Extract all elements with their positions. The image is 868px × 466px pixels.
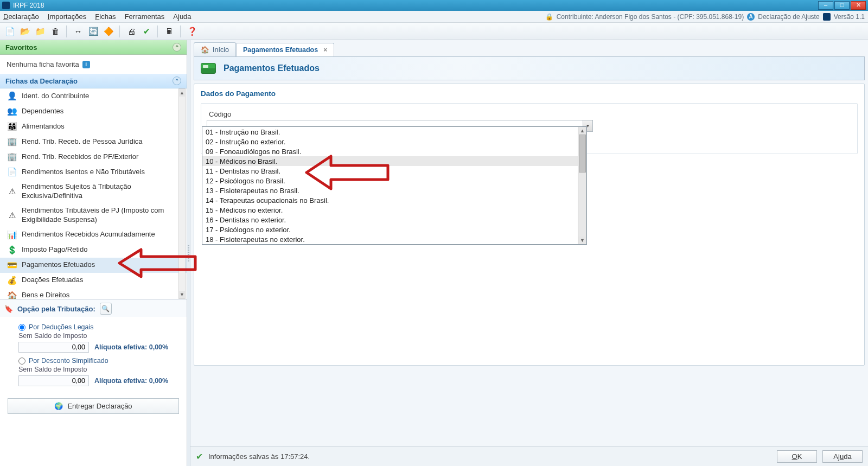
ficha-label: Rendimentos Sujeitos à Tributação Exclus… (22, 182, 181, 201)
dropdown-option[interactable]: 09 - Fonoaudiólogos no Brasil. (202, 146, 586, 156)
menu-fichas[interactable]: Fichas (95, 12, 116, 21)
dropdown-option[interactable]: 11 - Dentistas no Brasil. (202, 166, 586, 176)
sidebar-item[interactable]: 📊Rendimentos Recebidos Acumuladamente (0, 227, 187, 242)
tb-check-icon[interactable]: ✔ (140, 25, 153, 38)
tb-import-icon[interactable]: 🔶 (102, 25, 115, 38)
ok-button[interactable]: OK (777, 450, 817, 463)
menu-declaracao[interactable]: Declaração (3, 12, 39, 21)
ficha-label: Pagamentos Efetuados (22, 260, 181, 270)
dropdown-option[interactable]: 15 - Médicos no exterior. (202, 205, 586, 215)
separator (180, 25, 181, 37)
sidebar-item[interactable]: 🏠Bens e Direitos (0, 288, 187, 299)
separator (66, 25, 67, 37)
minimize-button[interactable]: – (818, 1, 833, 10)
ficha-label: Alimentandos (22, 122, 181, 131)
ajuda-button[interactable]: Ajuda (822, 450, 863, 463)
ficha-label: Rend. Trib. Recebidos de PF/Exterior (22, 152, 181, 162)
collapse-icon[interactable]: ⌃ (173, 76, 181, 85)
close-button[interactable]: ✕ (851, 1, 866, 10)
radio-simplificado[interactable] (18, 358, 25, 365)
separator (157, 25, 158, 37)
collapse-icon[interactable]: ⌃ (173, 43, 181, 52)
content-footer: ✔ Informações salvas às 17:57:24. OK Aju… (190, 446, 868, 466)
status-info: 🔒 Contribuinte: Anderson Figo dos Santos… (545, 13, 865, 21)
ficha-icon: 📊 (7, 230, 17, 240)
valor-deducoes[interactable] (18, 342, 89, 353)
dropdown-option[interactable]: 13 - Fisioterapeutas no Brasil. (202, 186, 586, 195)
sidebar-scrollbar[interactable]: ▲ ▼ (178, 88, 186, 299)
tb-trash-icon[interactable]: 🗑 (49, 25, 62, 38)
menubar: Declaração Importações Fichas Ferramenta… (0, 11, 868, 23)
sidebar-item[interactable]: 🏢Rend. Trib. Receb. de Pessoa Jurídica (0, 134, 187, 149)
dropdown-option[interactable]: 18 - Fisioterapeutas no exterior. (202, 234, 586, 244)
dropdown-option[interactable]: 10 - Médicos no Brasil. (202, 156, 586, 166)
favoritos-title: Favoritos (5, 43, 37, 52)
radio-deducoes[interactable] (18, 324, 25, 331)
ficha-label: Doações Efetuadas (22, 276, 181, 285)
sidebar-item[interactable]: 💲Imposto Pago/Retido (0, 242, 187, 258)
ficha-icon: 💰 (7, 276, 17, 285)
tb-open-icon[interactable]: 📂 (18, 25, 31, 38)
sidebar-item[interactable]: ⚠Rendimentos Tributáveis de PJ (Imposto … (0, 203, 187, 227)
maximize-button[interactable]: □ (834, 1, 850, 10)
sidebar-item[interactable]: 🏢Rend. Trib. Recebidos de PF/Exterior (0, 149, 187, 164)
sidebar-item[interactable]: 👥Dependentes (0, 104, 187, 119)
valor-simplificado[interactable] (18, 375, 89, 386)
dropdown-option[interactable]: 12 - Psicólogos no Brasil. (202, 176, 586, 186)
opcao-title: Opção pela Tributação: (17, 305, 95, 313)
menu-ferramentas[interactable]: Ferramentas (125, 12, 165, 21)
globe-icon: 🌍 (54, 402, 63, 410)
tb-print-icon[interactable]: 🖨 (125, 25, 138, 38)
ficha-icon: 📄 (7, 167, 17, 177)
ficha-label: Ident. do Contribuinte (22, 92, 181, 101)
dropdown-option[interactable]: 16 - Dentistas no exterior. (202, 215, 586, 225)
home-icon: 🏠 (201, 46, 209, 54)
ficha-icon: 👤 (7, 91, 17, 101)
lock-icon: 🔒 (545, 13, 553, 21)
sub-deducoes: Sem Saldo de Imposto (18, 332, 176, 340)
scroll-up-icon[interactable]: ▲ (179, 89, 185, 97)
tab-inicio[interactable]: 🏠 Início (194, 42, 236, 56)
form-area: Dados do Pagamento Código ▾ 01 - Instruç… (194, 84, 865, 366)
tb-sync-icon[interactable]: ↔ (72, 25, 85, 38)
info-icon[interactable]: i (82, 61, 90, 68)
sidebar-item[interactable]: ⚠Rendimentos Sujeitos à Tributação Exclu… (0, 180, 187, 203)
dropdown-scrollbar[interactable]: ▲ ▼ (578, 127, 586, 244)
tb-help-icon[interactable]: ❓ (186, 25, 199, 38)
dropdown-option[interactable]: 17 - Psicólogos no exterior. (202, 225, 586, 234)
entregar-button[interactable]: 🌍 Entregar Declaração (8, 398, 179, 414)
sidebar-item[interactable]: 💳Pagamentos Efetuados (0, 258, 187, 273)
menu-importacoes[interactable]: Importações (48, 12, 87, 21)
content-area: 🏠 Início Pagamentos Efetuados × Pagament… (190, 40, 868, 466)
scroll-thumb[interactable] (579, 135, 586, 173)
dropdown-option[interactable]: 02 - Instrução no exterior. (202, 137, 586, 146)
sidebar-item[interactable]: 📄Rendimentos Isentos e Não Tributáveis (0, 164, 187, 180)
tb-folder-icon[interactable]: 📁 (34, 25, 47, 38)
favoritos-header[interactable]: Favoritos ⌃ (0, 40, 187, 55)
scroll-down-icon[interactable]: ▼ (179, 291, 185, 298)
dropdown-option[interactable]: 14 - Terapeutas ocupacionais no Brasil. (202, 195, 586, 205)
fichas-header[interactable]: Fichas da Declaração ⌃ (0, 74, 187, 88)
scroll-track[interactable] (578, 135, 586, 237)
tb-calc-icon[interactable]: 🖩 (163, 25, 176, 38)
tab-close-icon[interactable]: × (323, 46, 327, 54)
tb-new-icon[interactable]: 📄 (3, 25, 16, 38)
sidebar-item[interactable]: 👤Ident. do Contribuinte (0, 88, 187, 104)
menu-ajuda[interactable]: Ajuda (173, 12, 191, 21)
dropdown-option[interactable]: 01 - Instrução no Brasil. (202, 127, 586, 137)
titlebar: IRPF 2018 – □ ✕ (0, 0, 868, 11)
scroll-track[interactable] (179, 97, 185, 291)
tag-icon: 🔖 (4, 305, 13, 313)
card-icon (201, 63, 216, 74)
ficha-icon: 🏢 (7, 152, 17, 162)
scroll-down-icon[interactable]: ▼ (578, 237, 586, 244)
tab-pagamentos[interactable]: Pagamentos Efetuados × (236, 43, 334, 56)
ficha-icon: ⚠ (7, 187, 17, 196)
sidebar-item[interactable]: 💰Doações Efetuadas (0, 273, 187, 288)
sidebar: Favoritos ⌃ Nenhuma ficha favorita i Fic… (0, 40, 187, 466)
scroll-up-icon[interactable]: ▲ (578, 127, 586, 135)
page-title: Pagamentos Efetuados (224, 63, 320, 73)
search-icon[interactable]: 🔍 (100, 303, 112, 315)
sidebar-item[interactable]: 👨‍👩‍👧Alimentandos (0, 119, 187, 134)
tb-refresh-icon[interactable]: 🔄 (87, 25, 100, 38)
